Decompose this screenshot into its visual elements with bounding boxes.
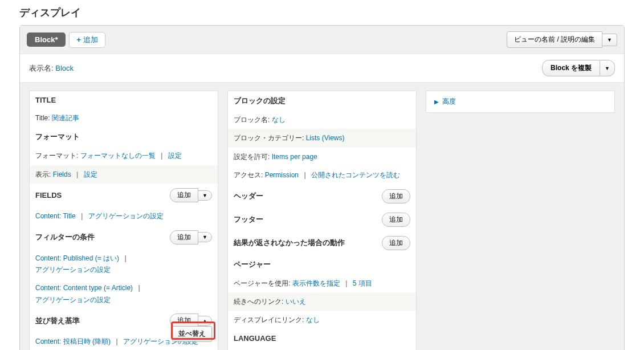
title-value[interactable]: 関連記事 xyxy=(52,114,79,122)
page-title: ディスプレイ xyxy=(0,0,644,25)
section-block-settings: ブロックの設定 xyxy=(228,91,416,111)
field-content-title[interactable]: Content: Title xyxy=(35,212,76,220)
filter-content-type-agg[interactable]: アグリゲーションの設定 xyxy=(35,296,111,304)
title-label: Title: xyxy=(35,114,50,122)
format-value[interactable]: フォーマットなしの一覧 xyxy=(80,152,156,160)
display-name-label: 表示名: xyxy=(29,64,54,72)
chevron-right-icon: ▶ xyxy=(434,99,439,105)
block-cat-value[interactable]: Lists (Views) xyxy=(306,134,345,142)
show-label: 表示: xyxy=(35,170,51,178)
pager-disp-label: ディスプレイにリンク: xyxy=(234,316,304,324)
section-filters: フィルターの条件 xyxy=(35,232,95,242)
sort-postdate[interactable]: Content: 投稿日時 (降順) xyxy=(35,337,111,345)
add-display-button[interactable]: + 追加 xyxy=(69,32,105,48)
empty-add-button[interactable]: 追加 xyxy=(382,236,410,250)
section-footer: フッター xyxy=(234,214,263,225)
display-name-value[interactable]: Block xyxy=(55,64,74,72)
sort-add-dropdown[interactable]: ▲ xyxy=(198,316,212,326)
add-display-label: 追加 xyxy=(83,35,98,45)
pager-more-value[interactable]: いいえ xyxy=(286,298,306,306)
pager-use-value[interactable]: 表示件数を指定 xyxy=(292,279,340,287)
advanced-toggle[interactable]: ▶ 高度 xyxy=(434,97,606,107)
tab-block[interactable]: Block* xyxy=(27,32,66,47)
section-sort: 並び替え基準 xyxy=(35,316,80,326)
plus-icon: + xyxy=(76,35,81,44)
pager-more-label: 続きへのリンク: xyxy=(234,298,283,306)
clone-block-button[interactable]: Block を複製 xyxy=(542,60,600,76)
section-language: LANGUAGE xyxy=(228,329,416,347)
section-header: ヘッダー xyxy=(234,191,263,201)
field-agg[interactable]: アグリゲーションの設定 xyxy=(88,212,164,220)
section-fields: FIELDS xyxy=(35,191,62,200)
advanced-label: 高度 xyxy=(442,97,456,107)
section-pager: ページャー xyxy=(228,255,416,274)
block-name-value[interactable]: なし xyxy=(272,116,286,124)
section-title: TITLE xyxy=(30,91,218,109)
show-settings[interactable]: 設定 xyxy=(84,170,97,178)
format-label: フォーマット: xyxy=(35,152,78,160)
show-value[interactable]: Fields xyxy=(53,170,71,178)
edit-view-dropdown[interactable]: ▼ xyxy=(602,34,617,46)
block-access-label: アクセス: xyxy=(234,171,263,179)
block-name-label: ブロック名: xyxy=(234,116,270,124)
filters-add-button[interactable]: 追加 xyxy=(170,230,198,245)
block-allow-label: 設定を許可: xyxy=(234,153,270,161)
clone-block-dropdown[interactable]: ▼ xyxy=(600,60,615,76)
block-cat-label: ブロック・カテゴリー: xyxy=(234,134,304,142)
footer-add-button[interactable]: 追加 xyxy=(382,213,410,227)
pager-use-label: ページャーを使用: xyxy=(234,279,290,287)
filter-published[interactable]: Content: Published (= はい) xyxy=(35,254,119,262)
tabs-row: Block* + 追加 ビューの名前 / 説明の編集 ▼ xyxy=(20,26,624,54)
block-access-value[interactable]: Permission xyxy=(265,171,299,179)
edit-view-button[interactable]: ビューの名前 / 説明の編集 xyxy=(507,31,602,48)
format-settings[interactable]: 設定 xyxy=(168,152,182,160)
header-add-button[interactable]: 追加 xyxy=(382,189,410,204)
filters-add-dropdown[interactable]: ▼ xyxy=(198,232,212,242)
block-access-perm[interactable]: 公開されたコンテンツを読む xyxy=(311,171,400,179)
fields-add-button[interactable]: 追加 xyxy=(170,188,198,202)
fields-add-dropdown[interactable]: ▼ xyxy=(198,190,212,201)
block-allow-value[interactable]: Items per page xyxy=(272,153,317,161)
section-empty: 結果が返されなかった場合の動作 xyxy=(234,238,345,248)
filter-content-type[interactable]: Content: Content type (= Article) xyxy=(35,284,133,292)
pager-use-extra[interactable]: 5 項目 xyxy=(353,279,372,287)
pager-disp-value[interactable]: なし xyxy=(306,316,320,324)
sort-reorder-option[interactable]: 並べ替え xyxy=(172,326,212,341)
section-format: フォーマット xyxy=(30,127,218,146)
filter-published-agg[interactable]: アグリゲーションの設定 xyxy=(35,266,111,274)
